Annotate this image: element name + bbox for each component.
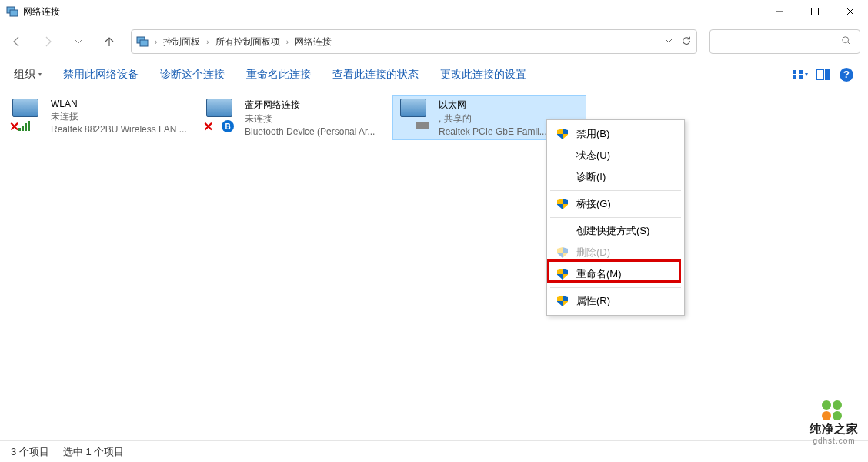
svg-rect-11 xyxy=(826,69,830,79)
cm-status[interactable]: 状态(U) xyxy=(549,145,683,166)
address-bar[interactable]: › 控制面板 › 所有控制面板项 › 网络连接 xyxy=(131,29,697,54)
organize-menu[interactable]: 组织 ▾ xyxy=(14,68,42,82)
recent-dropdown[interactable] xyxy=(69,32,88,51)
search-icon xyxy=(841,35,852,49)
maximize-button[interactable] xyxy=(797,0,833,23)
chevron-down-icon[interactable] xyxy=(664,36,673,48)
svg-line-9 xyxy=(848,42,851,45)
crumb-all-items[interactable]: 所有控制面板项 xyxy=(215,35,280,49)
titlebar: 网络连接 xyxy=(0,0,868,23)
cm-disable[interactable]: 禁用(B) xyxy=(549,123,683,145)
window-controls xyxy=(762,0,868,23)
crumb-control-panel[interactable]: 控制面板 xyxy=(163,35,200,49)
cm-bridge[interactable]: 桥接(G) xyxy=(549,193,683,215)
close-button[interactable] xyxy=(833,0,868,23)
preview-pane-button[interactable] xyxy=(816,67,831,82)
up-button[interactable] xyxy=(100,32,119,51)
status-button[interactable]: 查看此连接的状态 xyxy=(332,68,419,82)
adapter-name: WLAN xyxy=(51,99,187,109)
adapter-wlan[interactable]: ✕ WLAN 未连接 Realtek 8822BU Wireless LAN .… xyxy=(5,95,199,140)
window-title: 网络连接 xyxy=(23,5,762,18)
shield-icon xyxy=(557,199,568,209)
help-button[interactable]: ? xyxy=(839,67,854,82)
ethernet-adapter-icon xyxy=(396,99,432,132)
svg-rect-1 xyxy=(10,10,18,16)
menu-separator xyxy=(550,190,681,191)
adapter-state: 未连接 xyxy=(51,110,187,123)
svg-rect-10 xyxy=(817,69,824,79)
disable-device-button[interactable]: 禁用此网络设备 xyxy=(63,68,139,82)
diagnose-button[interactable]: 诊断这个连接 xyxy=(160,68,225,82)
wifi-adapter-icon: ✕ xyxy=(8,99,45,132)
watermark: 纯净之家 gdhst.com xyxy=(810,400,859,445)
svg-point-8 xyxy=(843,36,849,42)
bluetooth-icon: B xyxy=(222,120,234,132)
cm-delete: 删除(D) xyxy=(549,242,683,263)
cm-properties[interactable]: 属性(R) xyxy=(549,290,683,312)
status-bar: 3 个项目 选中 1 个项目 xyxy=(0,440,868,462)
location-icon xyxy=(136,35,149,48)
chevron-right-icon: › xyxy=(206,38,209,46)
bluetooth-adapter-icon: B ✕ xyxy=(202,99,239,132)
watermark-logo xyxy=(822,400,846,420)
search-input[interactable] xyxy=(709,29,860,54)
menu-separator xyxy=(550,217,681,218)
refresh-button[interactable] xyxy=(681,35,692,49)
app-icon xyxy=(6,5,18,18)
adapter-device: Realtek 8822BU Wireless LAN ... xyxy=(51,124,187,135)
cm-shortcut[interactable]: 创建快捷方式(S) xyxy=(549,220,683,242)
adapter-device: Realtek PCIe GbE Famil... xyxy=(439,126,547,137)
chevron-right-icon: › xyxy=(286,38,289,46)
cm-rename[interactable]: 重命名(M) xyxy=(549,263,683,285)
svg-rect-3 xyxy=(812,8,819,15)
adapter-bluetooth[interactable]: B ✕ 蓝牙网络连接 未连接 Bluetooth Device (Persona… xyxy=(199,95,392,140)
chevron-down-icon: ▾ xyxy=(38,71,42,78)
chevron-right-icon[interactable]: › xyxy=(155,38,157,46)
cm-diagnose[interactable]: 诊断(I) xyxy=(549,166,683,188)
adapter-list: ✕ WLAN 未连接 Realtek 8822BU Wireless LAN .… xyxy=(0,89,868,146)
adapter-device: Bluetooth Device (Personal Ar... xyxy=(245,126,375,137)
breadcrumb: 控制面板 › 所有控制面板项 › 网络连接 xyxy=(163,35,658,49)
rename-button[interactable]: 重命名此连接 xyxy=(246,68,311,82)
shield-icon xyxy=(557,269,568,280)
shield-icon xyxy=(557,129,568,139)
item-count: 3 个项目 xyxy=(11,445,49,459)
minimize-button[interactable] xyxy=(762,0,797,23)
navigation-bar: › 控制面板 › 所有控制面板项 › 网络连接 xyxy=(0,23,868,60)
adapter-state: 未连接 xyxy=(245,112,375,126)
watermark-text: 纯净之家 xyxy=(810,422,859,437)
shield-icon xyxy=(557,296,568,306)
svg-rect-7 xyxy=(140,40,148,46)
command-bar: 组织 ▾ 禁用此网络设备 诊断这个连接 重命名此连接 查看此连接的状态 更改此连… xyxy=(0,60,868,89)
disconnected-x-icon: ✕ xyxy=(202,120,214,132)
view-layout-button[interactable]: ▾ xyxy=(793,67,808,82)
selected-count: 选中 1 个项目 xyxy=(63,445,124,459)
adapter-name: 以太网 xyxy=(439,99,547,112)
disconnected-x-icon: ✕ xyxy=(8,120,20,132)
crumb-network[interactable]: 网络连接 xyxy=(295,35,332,49)
menu-separator xyxy=(550,287,681,288)
context-menu: 禁用(B) 状态(U) 诊断(I) 桥接(G) 创建快捷方式(S) 删除(D) … xyxy=(546,119,685,316)
shield-icon xyxy=(557,247,568,258)
adapter-name: 蓝牙网络连接 xyxy=(245,99,375,112)
back-button[interactable] xyxy=(8,32,26,51)
settings-button[interactable]: 更改此连接的设置 xyxy=(440,68,526,82)
forward-button[interactable] xyxy=(38,32,57,51)
adapter-state: , 共享的 xyxy=(439,112,547,126)
